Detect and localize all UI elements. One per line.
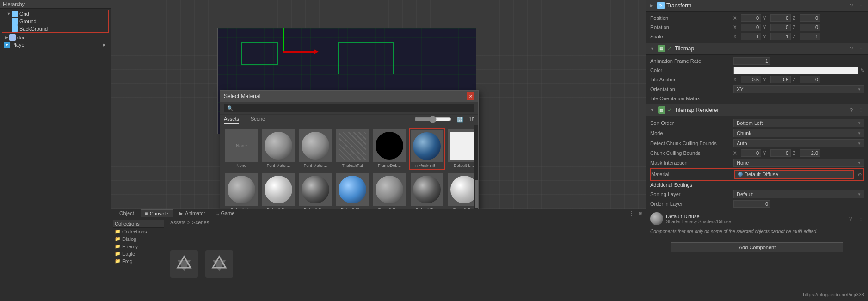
tab-object-label: Object	[119, 210, 134, 216]
dialog-search-input[interactable]	[224, 104, 474, 112]
tab-console[interactable]: ≡ Console	[141, 209, 173, 217]
tilemap-settings-btn[interactable]: ?	[848, 45, 855, 52]
hierarchy-item-player[interactable]: ▶ Player ▶	[0, 41, 111, 49]
transform-header[interactable]: ▶ ⟳ Transform ? ⋮	[646, 0, 868, 12]
scale-y-field[interactable]	[770, 33, 791, 40]
default-diffuse-menu-btn[interactable]: ⋮	[857, 215, 864, 222]
tab-game[interactable]: ≈ Game	[212, 209, 239, 217]
viewport-rect-1	[338, 42, 394, 74]
mask-interaction-row: Mask Interaction None ▼	[650, 158, 864, 168]
material-item-default-te2[interactable]: Default-Te...	[409, 172, 445, 209]
orientation-dropdown-value: XY	[737, 86, 744, 92]
animation-frame-rate-field[interactable]	[733, 57, 770, 65]
scale-z-field[interactable]	[800, 33, 820, 40]
material-item-font2[interactable]: Font Mater...	[298, 128, 333, 170]
additional-settings-row: Additional Settings	[650, 181, 864, 189]
rot-z-label: Z	[793, 25, 799, 30]
tab-console-label: Console	[150, 211, 168, 216]
color-picker-btn[interactable]: ✎	[860, 68, 864, 74]
chunk-z-field[interactable]	[800, 149, 820, 157]
mode-value: Chunk ▼	[733, 129, 864, 137]
tile-anchor-label: Tile Anchor	[650, 77, 733, 82]
material-item-font1[interactable]: Font Mater...	[261, 128, 296, 170]
tab-assets[interactable]: Assets	[224, 115, 239, 124]
position-z-input: Z	[793, 14, 820, 22]
dialog-scrollbar[interactable]	[474, 125, 478, 209]
tilemap-collapse: ▼	[650, 46, 654, 51]
material-thumb-thaleah	[336, 129, 369, 162]
tilemap-renderer-menu-btn[interactable]: ⋮	[857, 106, 864, 114]
detect-chunk-culling-dropdown[interactable]: Auto ▼	[733, 139, 864, 147]
order-in-layer-field[interactable]	[733, 200, 770, 208]
tab-scene[interactable]: Scene	[251, 115, 265, 124]
chunk-y-field[interactable]	[770, 149, 791, 157]
collection-item-collections[interactable]: 📁 Collections	[113, 228, 164, 235]
mask-interaction-dropdown[interactable]: None ▼	[733, 159, 864, 167]
material-item-default-te1[interactable]: Default-Te...	[372, 172, 407, 209]
tile-anchor-z-field[interactable]	[800, 76, 820, 83]
collection-item-enemy[interactable]: 📁 Enemy	[113, 243, 164, 250]
material-item-default-sk[interactable]: Default-Sk...	[335, 172, 370, 209]
collection-item-dialog[interactable]: 📁 Dialog	[113, 235, 164, 243]
dialog-zoom-slider[interactable]	[414, 116, 451, 123]
material-item-default-pa2[interactable]: Default-Pa...	[298, 172, 333, 209]
order-in-layer-row: Order in Layer	[650, 199, 864, 209]
chunk-x-field[interactable]	[741, 149, 761, 157]
position-y-field[interactable]	[770, 14, 791, 22]
add-component-button[interactable]: Add Component	[671, 242, 844, 252]
asset-item-1[interactable]	[170, 250, 198, 278]
material-thumb-default-te3	[448, 173, 478, 206]
scene-view[interactable]: Select Material ✕ Assets Scene 🔢 18	[111, 0, 646, 209]
sorting-layer-dropdown[interactable]: Default ▼	[733, 190, 864, 198]
tile-anchor-x-field[interactable]	[741, 76, 761, 83]
sort-order-dropdown[interactable]: Bottom Left ▼	[733, 119, 864, 127]
material-item-default-dif[interactable]: Default-Dif...	[409, 128, 445, 170]
tile-anchor-y-field[interactable]	[770, 76, 791, 83]
tilemap-menu-btn[interactable]: ⋮	[857, 45, 864, 52]
collection-item-eagle[interactable]: 📁 Eagle	[113, 250, 164, 258]
tab-animator[interactable]: ▶ Animator	[175, 209, 210, 217]
material-label-framedeb: FrameDeb...	[378, 163, 401, 168]
hierarchy-item-door[interactable]: ▶ door	[0, 34, 111, 41]
material-target-btn[interactable]: ⊙	[856, 171, 863, 178]
tilemap-renderer-settings-btn[interactable]: ?	[848, 106, 855, 114]
material-field[interactable]: Default-Diffuse	[734, 170, 854, 179]
tilemap-renderer-collapse: ▼	[650, 108, 654, 112]
rotation-x-field[interactable]	[741, 24, 761, 31]
asset-item-2[interactable]	[205, 250, 233, 278]
tilemap-renderer-header[interactable]: ▼ ▦ ✓ Tilemap Renderer ? ⋮	[646, 104, 868, 116]
dialog-close-button[interactable]: ✕	[467, 92, 474, 100]
collection-item-frog[interactable]: 📁 Frog	[113, 258, 164, 265]
material-item-framedeb[interactable]: FrameDeb...	[372, 128, 407, 170]
material-item-none[interactable]: None None	[224, 128, 259, 170]
tilemap-header[interactable]: ▼ ▦ ✓ Tilemap ? ⋮	[646, 43, 868, 55]
hierarchy-item-ground[interactable]: Ground	[2, 18, 108, 25]
tab-object[interactable]: Object	[115, 209, 139, 217]
mode-dropdown[interactable]: Chunk ▼	[733, 129, 864, 137]
panel-options[interactable]: ⊞	[639, 211, 642, 216]
transform-menu-btn[interactable]: ⋮	[857, 2, 864, 9]
orientation-dropdown[interactable]: XY ▼	[733, 85, 864, 93]
rot-x-label: X	[733, 25, 740, 30]
material-item-default-pa1[interactable]: Default-Pa...	[261, 172, 296, 209]
bg-icon	[12, 25, 18, 32]
position-x-field[interactable]	[741, 14, 761, 22]
anchor-x-label: X	[733, 77, 740, 82]
resize-handle[interactable]: ⋮	[628, 209, 635, 217]
scale-x-field[interactable]	[741, 33, 761, 40]
dialog-titlebar: Select Material ✕	[220, 91, 478, 102]
default-diffuse-settings-btn[interactable]: ?	[847, 215, 854, 222]
position-z-field[interactable]	[800, 14, 820, 22]
hierarchy-item-background[interactable]: BackGround	[2, 25, 108, 32]
tilemap-actions: ? ⋮	[848, 45, 864, 52]
color-swatch[interactable]	[733, 67, 858, 74]
material-item-default-li[interactable]: Default-Li...	[447, 128, 478, 170]
material-item-default-te3[interactable]: Default-Te...	[447, 172, 478, 209]
rotation-z-field[interactable]	[800, 24, 820, 31]
rotation-y-field[interactable]	[770, 24, 791, 31]
transform-settings-btn[interactable]: ?	[848, 2, 855, 9]
material-item-thaleah[interactable]: ThaleahFat	[335, 128, 370, 170]
material-item-default-m[interactable]: Default-M...	[224, 172, 259, 209]
hierarchy-item-grid[interactable]: ▼ Grid	[2, 10, 108, 18]
collection-label-dialog: Dialog	[122, 236, 136, 242]
